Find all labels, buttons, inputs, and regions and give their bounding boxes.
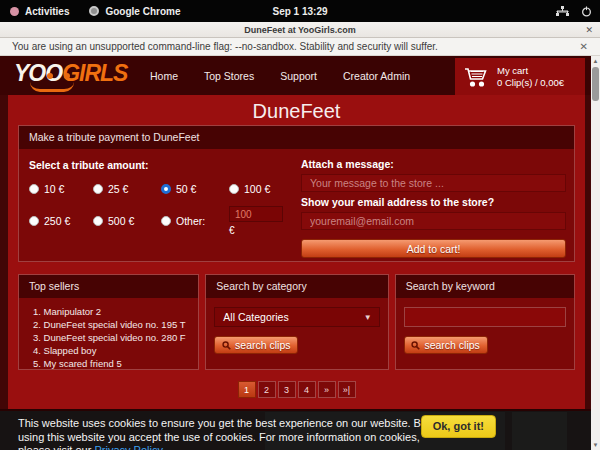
- radio-icon[interactable]: [29, 184, 39, 194]
- tribute-panel: Make a tribute payment to DuneFeet Selec…: [18, 125, 575, 262]
- top-sellers-header: Top sellers: [19, 275, 198, 298]
- amount-option-100[interactable]: 100 €: [229, 183, 291, 195]
- cart-count: 0 Clip(s) / 0,00€: [497, 77, 564, 88]
- page-button-last[interactable]: »|: [338, 381, 356, 398]
- amount-option-label: 500 €: [108, 215, 134, 227]
- email-input[interactable]: [301, 212, 566, 230]
- cookie-ok-button[interactable]: Ok, got it!: [421, 415, 496, 438]
- page-button-3[interactable]: 3: [278, 381, 296, 398]
- radio-icon[interactable]: [93, 216, 103, 226]
- logo-smile-arc: [30, 82, 74, 92]
- nav-item-home[interactable]: Home: [150, 70, 178, 82]
- amount-option-10[interactable]: 10 €: [29, 183, 93, 195]
- scrollbar-thumb[interactable]: [592, 67, 599, 101]
- scroll-up-icon[interactable]: ▲: [591, 56, 600, 66]
- amount-option-50[interactable]: 50 €: [161, 183, 229, 195]
- search-icon: [222, 341, 231, 350]
- desktop-top-bar: Activities Google Chrome Sep 1 13:29: [0, 0, 600, 22]
- pagination: 1 2 3 4 » »|: [8, 381, 585, 398]
- category-select[interactable]: All Categories ▼: [214, 307, 379, 327]
- amount-option-label: 50 €: [176, 183, 196, 195]
- main-nav: Home Top Stores Support Creator Admin: [150, 56, 410, 95]
- amount-option-label: 100 €: [244, 183, 270, 195]
- page-button-2[interactable]: 2: [258, 381, 276, 398]
- amount-option-other[interactable]: Other:: [161, 206, 229, 236]
- screen: Activities Google Chrome Sep 1 13:29 Dun…: [0, 0, 600, 450]
- amount-option-500[interactable]: 500 €: [93, 206, 161, 236]
- power-icon[interactable]: [581, 6, 592, 17]
- nav-item-top-stores[interactable]: Top Stores: [204, 70, 254, 82]
- page-title: DuneFeet: [8, 95, 585, 125]
- amount-label: Select a tribute amount:: [29, 159, 291, 171]
- currency-label: €: [229, 225, 291, 236]
- radio-icon[interactable]: [93, 184, 103, 194]
- top-seller-item[interactable]: Manipulator 2: [33, 305, 190, 318]
- cart-label: My cart: [497, 65, 528, 76]
- warning-text: You are using an unsupported command-lin…: [12, 41, 438, 52]
- site-header: YOOGIRLS Home Top Stores Support Creator…: [0, 56, 600, 95]
- cookie-consent-bar: This website uses cookies to ensure you …: [0, 411, 592, 450]
- search-keyword-panel: Search by keyword search clips: [395, 274, 575, 370]
- other-amount-input[interactable]: [229, 206, 283, 222]
- radio-icon[interactable]: [229, 184, 239, 194]
- search-clips-category-button[interactable]: search clips: [214, 336, 298, 354]
- top-seller-item[interactable]: DuneFeet special video no. 195 T: [33, 318, 190, 331]
- message-input[interactable]: [301, 174, 566, 192]
- amount-options: 10 € 25 € 50 € 100 € 250 € 500 € Other: …: [29, 183, 291, 236]
- nav-item-creator-admin[interactable]: Creator Admin: [343, 70, 410, 82]
- privacy-policy-link[interactable]: Privacy Policy: [94, 444, 162, 450]
- radio-checked-icon[interactable]: [161, 184, 171, 194]
- search-clips-label: search clips: [424, 339, 479, 351]
- my-cart-widget[interactable]: My cart 0 Clip(s) / 0,00€: [455, 58, 585, 95]
- network-icon[interactable]: [556, 6, 569, 17]
- amount-option-25[interactable]: 25 €: [93, 183, 161, 195]
- keyword-input[interactable]: [404, 307, 566, 327]
- search-clips-keyword-button[interactable]: search clips: [404, 336, 488, 354]
- add-to-cart-button[interactable]: Add to cart!: [301, 239, 566, 258]
- search-icon: [411, 341, 420, 350]
- logo-o-dot-icon: [64, 73, 70, 79]
- amount-option-250[interactable]: 250 €: [29, 206, 93, 236]
- radio-icon[interactable]: [161, 216, 171, 226]
- amount-option-label: 250 €: [44, 215, 70, 227]
- amount-option-label: Other:: [176, 215, 205, 227]
- search-category-panel: Search by category All Categories ▼ sear…: [205, 274, 388, 370]
- top-seller-item[interactable]: DuneFeet special video no. 280 F: [33, 331, 190, 344]
- bottom-panels: Top sellers Manipulator 2 DuneFeet speci…: [18, 274, 575, 370]
- chrome-warning-bar: You are using an unsupported command-lin…: [0, 38, 600, 56]
- email-label: Show your email address to the store?: [301, 196, 566, 208]
- top-seller-item[interactable]: My scared friend 5: [33, 357, 190, 370]
- window-close-icon[interactable]: ✕: [585, 22, 593, 38]
- main-content: DuneFeet Make a tribute payment to DuneF…: [8, 95, 585, 409]
- window-title-bar: DuneFeet at YooGirls.com ✕: [0, 22, 600, 38]
- vertical-scrollbar[interactable]: ▲ ▼: [591, 56, 600, 450]
- cart-icon: [463, 65, 489, 89]
- search-category-header: Search by category: [206, 275, 387, 298]
- page-button-1[interactable]: 1: [238, 381, 256, 398]
- page-button-4[interactable]: 4: [298, 381, 316, 398]
- cookie-text: This website uses cookies to ensure you …: [18, 417, 426, 450]
- category-selected-value: All Categories: [223, 311, 288, 323]
- amount-option-label: 10 €: [44, 183, 64, 195]
- top-seller-item[interactable]: Slapped boy: [33, 344, 190, 357]
- amount-option-label: 25 €: [108, 183, 128, 195]
- page-button-next[interactable]: »: [318, 381, 336, 398]
- window-title: DuneFeet at YooGirls.com: [244, 25, 356, 35]
- warning-close-icon[interactable]: ✕: [580, 38, 588, 55]
- message-label: Attach a message:: [301, 158, 566, 170]
- clock[interactable]: Sep 1 13:29: [0, 6, 600, 17]
- radio-icon[interactable]: [29, 216, 39, 226]
- tribute-panel-header: Make a tribute payment to DuneFeet: [19, 126, 574, 149]
- scroll-down-icon[interactable]: ▼: [591, 440, 600, 450]
- logo-o-dot-icon: [47, 73, 53, 79]
- nav-item-support[interactable]: Support: [280, 70, 317, 82]
- top-sellers-list: Manipulator 2 DuneFeet special video no.…: [19, 298, 198, 370]
- top-sellers-panel: Top sellers Manipulator 2 DuneFeet speci…: [18, 274, 199, 370]
- search-clips-label: search clips: [235, 339, 290, 351]
- search-keyword-header: Search by keyword: [396, 275, 574, 298]
- chevron-down-icon: ▼: [364, 308, 372, 327]
